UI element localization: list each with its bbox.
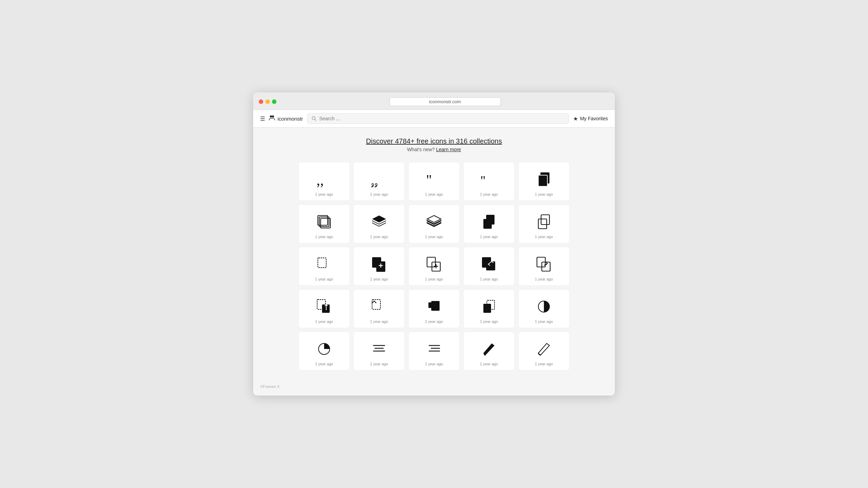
icon-label: 1 year ago [315, 192, 333, 196]
close-button[interactable] [259, 99, 263, 104]
learn-more-link[interactable]: Learn more [436, 147, 461, 152]
title-bar: iconmonstr.com [253, 92, 615, 110]
icon-svg-copy-arrow-filled [480, 255, 498, 274]
logo-label: iconmonstr [278, 116, 303, 122]
svg-rect-42 [428, 302, 434, 308]
svg-text:,,: ,, [316, 172, 324, 188]
favorites-button[interactable]: ★ My Favorites [573, 115, 608, 122]
icon-item[interactable]: 1 year ago [518, 247, 570, 286]
icon-item[interactable]: 1 year ago [353, 247, 405, 286]
svg-rect-23 [318, 258, 326, 268]
hero-section: Discover 4784+ free icons in 316 collect… [260, 137, 608, 152]
hero-title-link[interactable]: collections [469, 137, 502, 145]
icon-item[interactable]: 1 year ago [518, 289, 570, 328]
search-bar[interactable] [307, 113, 569, 124]
icon-item[interactable]: 1 year ago [353, 289, 405, 328]
icon-item[interactable]: 1 year ago [463, 289, 515, 328]
svg-rect-22 [538, 219, 547, 229]
icon-item[interactable]: 1 year ago [463, 247, 515, 286]
icon-svg-layers-outline-2 [425, 212, 443, 231]
icon-item[interactable]: 1 year ago [408, 204, 460, 243]
search-input[interactable] [319, 116, 564, 121]
icon-label: 1 year ago [315, 235, 333, 239]
icon-label: 1 year ago [480, 192, 498, 196]
icon-svg-copy-solid-2 [480, 212, 498, 231]
minimize-button[interactable] [265, 99, 270, 104]
svg-text:'': '' [481, 173, 485, 188]
icon-label: 1 year ago [370, 192, 388, 196]
icon-grid: ,, 1 year ago ,, 1 year ago '' 1 year ag… [298, 162, 570, 371]
icon-svg-contrast-half [535, 297, 553, 316]
url-display[interactable]: iconmonstr.com [389, 97, 501, 106]
svg-rect-40 [372, 300, 380, 309]
icon-item[interactable]: 1 year ago [408, 247, 460, 286]
icon-label: 1 year ago [535, 192, 553, 196]
hamburger-icon[interactable]: ☰ [260, 115, 265, 122]
icon-svg-pencil-filled [480, 340, 498, 358]
icon-svg-quote-right-outline: ,, [370, 170, 388, 189]
icon-svg-layers-outline-1 [315, 212, 333, 231]
main-content: Discover 4784+ free icons in 316 collect… [253, 128, 615, 377]
hero-subtitle-prefix: What's new? [407, 147, 436, 152]
icon-item[interactable]: 1 year ago [408, 332, 460, 371]
icon-item[interactable]: 1 year ago [298, 289, 350, 328]
star-icon: ★ [573, 115, 578, 122]
icon-svg-layers-filled [370, 212, 388, 231]
browser-window: iconmonstr.com ☰ iconmonstr [253, 92, 615, 396]
icon-label: 1 year ago [535, 319, 553, 324]
icon-label: 1 year ago [535, 235, 553, 239]
icon-svg-copy-outline [535, 212, 553, 231]
icon-label: 1 year ago [370, 319, 388, 324]
icon-item[interactable]: 1 year ago [298, 332, 350, 371]
icon-item[interactable]: ,, 1 year ago [298, 162, 350, 201]
hero-title: Discover 4784+ free icons in 316 collect… [260, 137, 608, 145]
icon-item[interactable]: '' 1 year ago [408, 162, 460, 201]
icon-label: 1 year ago [425, 277, 443, 281]
icon-item[interactable]: 1 year ago [463, 332, 515, 371]
icon-item[interactable]: 1 year ago [353, 332, 405, 371]
icon-svg-copy-arrow-dashed-outline [370, 297, 388, 316]
icon-item[interactable]: 1 year ago [298, 204, 350, 243]
icon-item[interactable]: 1 year ago [518, 162, 570, 201]
hero-title-prefix: Discover 4784+ free icons in 316 [366, 137, 469, 145]
icon-svg-copy-plus-outline [425, 255, 443, 274]
icon-item[interactable]: ,, 1 year ago [353, 162, 405, 201]
icon-item[interactable]: 1 year ago [463, 204, 515, 243]
nav-bar: ☰ iconmonstr ★ My Favorites [253, 110, 615, 128]
icon-svg-quote-left-filled: '' [425, 170, 443, 189]
icon-item[interactable]: '' 1 year ago [463, 162, 515, 201]
icon-label: 1 year ago [315, 362, 333, 366]
icon-svg-copy-arrow-dashed-filled [315, 297, 333, 316]
icon-label: 1 year ago [480, 362, 498, 366]
icon-item[interactable]: 1 year ago [353, 204, 405, 243]
icon-label: 1 year ago [425, 192, 443, 196]
icon-label: 1 year ago [480, 319, 498, 324]
logo-area[interactable]: iconmonstr [268, 114, 303, 123]
icon-label: 1 year ago [370, 235, 388, 239]
icon-label: 1 year ago [480, 277, 498, 281]
icon-item[interactable]: 1 year ago [518, 204, 570, 243]
maximize-button[interactable] [272, 99, 276, 104]
icon-item[interactable]: 1 year ago [408, 289, 460, 328]
icon-svg-copy-filled [535, 170, 553, 189]
icon-label: 1 year ago [425, 362, 443, 366]
url-bar: iconmonstr.com [281, 97, 609, 106]
icon-svg-quote-left-double: '' [480, 170, 498, 189]
svg-rect-44 [483, 304, 491, 313]
icon-label: 1 year ago [425, 235, 443, 239]
svg-point-1 [272, 115, 274, 117]
icon-label: 1 year ago [315, 277, 333, 281]
footer: ©Frames X [253, 377, 615, 396]
svg-rect-21 [541, 215, 549, 225]
search-icon [312, 116, 316, 121]
icon-item[interactable]: 1 year ago [298, 247, 350, 286]
icon-svg-copy-arrow-outline [535, 255, 553, 274]
svg-point-0 [270, 115, 272, 117]
nav-left: ☰ iconmonstr [260, 114, 303, 123]
svg-line-3 [315, 119, 316, 120]
icon-svg-align-center [370, 340, 388, 358]
svg-rect-9 [538, 175, 547, 186]
icon-item[interactable]: 1 year ago [518, 332, 570, 371]
icon-svg-pencil-outline [535, 340, 553, 358]
icon-label: 1 year ago [535, 362, 553, 366]
